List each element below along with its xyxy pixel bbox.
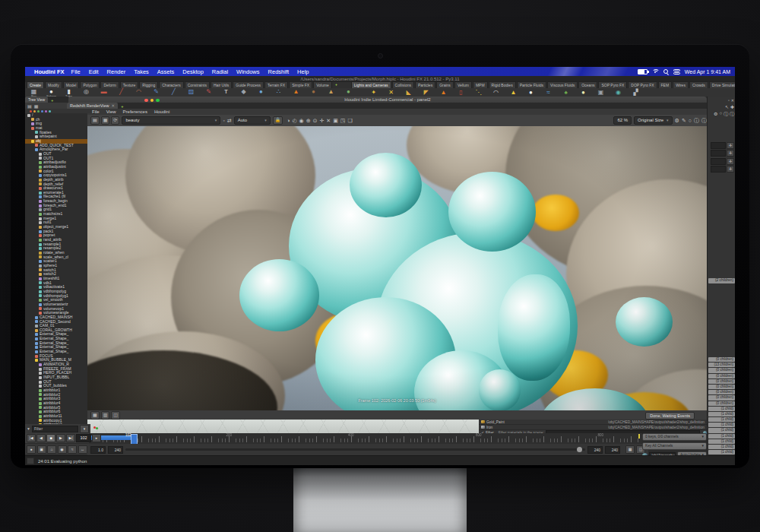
- renderview-tool-icon[interactable]: ▦: [101, 116, 110, 125]
- shelf-tool-icon[interactable]: ✦: [365, 89, 382, 96]
- shelf-tool-icon[interactable]: ●: [305, 88, 322, 97]
- shelf-tool-icon[interactable]: ✕: [382, 89, 400, 96]
- renderview-round-icon[interactable]: ✛: [319, 117, 324, 124]
- auto-mode-select[interactable]: Auto▾: [234, 116, 271, 125]
- global-end-field[interactable]: 240: [605, 446, 620, 454]
- shelf-tool-icon[interactable]: ▞: [627, 89, 644, 96]
- shelf-tool-icon[interactable]: ◠: [487, 89, 505, 96]
- close-window-button[interactable]: [144, 99, 148, 103]
- shelf-tool-icon[interactable]: ▲: [505, 89, 522, 96]
- renderview-round-icon[interactable]: ✕: [326, 117, 331, 124]
- playbar-option-icon-4[interactable]: ≈: [68, 445, 77, 454]
- shelf-tool-icon[interactable]: ▲: [322, 88, 340, 97]
- shelf-tool-icon[interactable]: ≈: [540, 89, 557, 96]
- shelf-tool-icon[interactable]: ◣: [400, 89, 417, 96]
- shelf-tool-icon[interactable]: ▦Box: [25, 88, 43, 97]
- shelf-tool-icon[interactable]: ▮Tube: [60, 88, 78, 97]
- panel-window-button[interactable]: ▫: [728, 98, 730, 103]
- playhead[interactable]: [131, 434, 138, 444]
- play-button[interactable]: ▶: [56, 434, 65, 442]
- frame-inc-button[interactable]: ▸: [92, 434, 101, 442]
- grid-view-icon[interactable]: ▦: [34, 103, 39, 109]
- panel-tool-icon[interactable]: ↖: [725, 104, 729, 109]
- renderview-round-icon[interactable]: ⊕: [306, 117, 311, 124]
- renderview-menu-preferences[interactable]: Preferences: [123, 109, 147, 114]
- renderview-round-icon[interactable]: ❏: [347, 117, 352, 124]
- shelf-tab-collisions[interactable]: Collisions: [392, 81, 414, 88]
- renderview-right-icon[interactable]: ✎: [682, 117, 686, 124]
- shelf-tool-icon[interactable]: ⋱: [470, 89, 487, 96]
- jump-to-end-button[interactable]: ▶|: [66, 434, 75, 442]
- render-viewport[interactable]: Frame 102: 2026-02-06 20:03:50 (1m54s): [87, 126, 707, 410]
- shelf-tool-icon[interactable]: ▨: [182, 88, 200, 97]
- render-pass-select[interactable]: beauty▾: [122, 116, 220, 125]
- loop-icon[interactable]: ⇄: [227, 117, 232, 124]
- strip-icon[interactable]: ▦: [90, 411, 100, 420]
- shelf-tool-icon[interactable]: ╱: [112, 88, 130, 97]
- range-slider-handle[interactable]: [577, 447, 582, 452]
- menubar-item-windows[interactable]: Windows: [236, 68, 259, 75]
- shelf-tab-sop-pyro-fx[interactable]: SOP Pyro FX: [598, 81, 627, 88]
- tree-filter-menu-button[interactable]: ▾: [80, 425, 89, 433]
- jump-to-start-button[interactable]: |◀: [27, 434, 36, 442]
- renderview-menu-houdini[interactable]: Houdini: [154, 109, 169, 114]
- tree-dot[interactable]: [37, 110, 40, 112]
- shelf-tool-icon[interactable]: ◤: [417, 89, 435, 96]
- shelf-tab-oceans[interactable]: Oceans: [578, 81, 597, 88]
- playbar-option-icon-1[interactable]: ▣: [37, 445, 46, 454]
- battery-icon[interactable]: [638, 69, 648, 74]
- menubar-item-assets[interactable]: Assets: [157, 68, 175, 75]
- shelf-tool-icon[interactable]: ✎: [200, 88, 217, 97]
- shelf-tool-icon[interactable]: ▣: [592, 89, 610, 96]
- renderview-right-icon[interactable]: ⓘ: [694, 117, 699, 124]
- panel-window-button[interactable]: ✕: [731, 98, 734, 103]
- search-icon[interactable]: [663, 69, 669, 74]
- shelf-tool-icon[interactable]: ◆: [235, 88, 252, 97]
- shelf-tool-icon[interactable]: ◉: [610, 89, 627, 96]
- shelf-tool-icon[interactable]: ●: [340, 88, 357, 97]
- panel-tool-icon[interactable]: ○: [719, 111, 722, 118]
- playbar-option-icon-3[interactable]: ◉: [58, 445, 67, 454]
- wifi-icon[interactable]: [652, 69, 659, 74]
- menubar-clock[interactable]: Wed Apr 1 9:41 AM: [685, 69, 730, 74]
- renderview-round-icon[interactable]: ◉: [299, 117, 304, 124]
- renderview-right-icon[interactable]: ⓘ: [701, 117, 707, 124]
- tab-tree-view[interactable]: Tree View: [25, 97, 48, 103]
- shelf-tab-drive-simulation[interactable]: Drive Simulation: [709, 81, 735, 88]
- tab-redshift-renderview[interactable]: Redshift RenderView✕: [67, 103, 118, 109]
- shelf-tool-icon[interactable]: ◠: [130, 88, 147, 97]
- shelf-tool-icon[interactable]: ●Sphere: [43, 88, 60, 97]
- menubar-item-takes[interactable]: Takes: [134, 68, 149, 75]
- lock-icon[interactable]: 🔒: [273, 116, 283, 125]
- shelf-tab-dop-pyro-fx[interactable]: DOP Pyro FX: [628, 81, 657, 88]
- play-backwards-button[interactable]: ◀: [36, 434, 46, 442]
- panel-tool-icon[interactable]: ✚: [730, 104, 734, 109]
- shelf-tool-icon[interactable]: ●: [575, 89, 592, 96]
- control-center-icon[interactable]: [673, 69, 680, 74]
- tree-dot[interactable]: [49, 110, 51, 112]
- tree-view[interactable]: /chimgmatfloatieswhitepaintobjADD_QUICK_…: [25, 113, 87, 424]
- image-size-select[interactable]: Original Size▾: [634, 116, 673, 125]
- status-indicator-box[interactable]: [27, 458, 34, 464]
- param-field-row[interactable]: ✛: [708, 165, 735, 173]
- shelf-tool-icon[interactable]: ╱: [165, 88, 182, 97]
- menubar-item-radial[interactable]: Radial: [212, 68, 228, 75]
- list-view-icon[interactable]: ▤: [27, 103, 32, 109]
- shelf-tab-grains[interactable]: Grains: [436, 81, 454, 88]
- shelf-tab-rigid-bodies[interactable]: Rigid Bodies: [489, 81, 516, 88]
- close-tab-icon[interactable]: ✕: [112, 103, 116, 108]
- minimize-window-button[interactable]: [150, 99, 154, 103]
- shelf-tool-icon[interactable]: ▲: [287, 88, 305, 97]
- add-renderview-tab-button[interactable]: +: [118, 104, 126, 109]
- renderview-round-icon[interactable]: ◳: [340, 117, 346, 124]
- renderview-right-icon[interactable]: ○: [689, 117, 692, 124]
- renderview-tool-icon[interactable]: ▤: [90, 116, 100, 125]
- shelf-tab-vellum[interactable]: Vellum: [454, 81, 472, 88]
- shelf-tool-icon[interactable]: ∴: [270, 88, 287, 97]
- range-start-field[interactable]: 1.0: [90, 446, 106, 454]
- renderview-round-icon[interactable]: ◑: [287, 117, 290, 124]
- panel-tool-icon[interactable]: ⓘ: [730, 111, 734, 118]
- range-slider[interactable]: [125, 448, 585, 451]
- shelf-tool-icon[interactable]: ●: [522, 89, 540, 96]
- shelf-tab-particles[interactable]: Particles: [415, 81, 435, 88]
